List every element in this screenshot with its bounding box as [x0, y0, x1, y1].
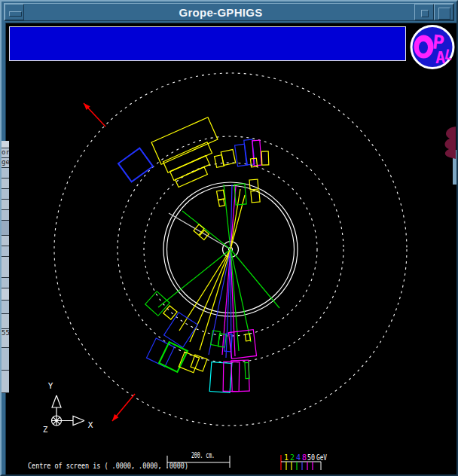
background-window-button[interactable]: [2, 257, 9, 278]
background-window-button[interactable]: [2, 371, 9, 393]
background-window-button[interactable]: [2, 221, 9, 236]
background-window-button[interactable]: [2, 200, 9, 210]
background-window-button[interactable]: [2, 168, 9, 178]
background-window-button[interactable]: [2, 141, 9, 148]
window-menu-icon: [9, 11, 22, 17]
event-display-canvas[interactable]: [5, 23, 456, 474]
window-menu-button[interactable]: [5, 4, 24, 20]
opal-logo: P A L: [408, 24, 457, 71]
info-line-1: Run:event 8402:100809 Ctrk(N= 57 Sump=10…: [14, 59, 402, 61]
background-window-button[interactable]: [2, 189, 9, 200]
background-window-button[interactable]: [2, 288, 9, 301]
maximize-button[interactable]: [434, 4, 453, 20]
grope-gphigs-window: Grope-GPHIGS Run:event 8402:100809 Ctrk(…: [0, 0, 458, 476]
minimize-icon: [421, 10, 429, 17]
titlebar: Grope-GPHIGS: [4, 3, 454, 21]
background-window-sliver[interactable]: orge55: [2, 141, 9, 393]
background-window-button[interactable]: ge: [2, 158, 9, 168]
background-window-button[interactable]: [2, 348, 9, 371]
event-info-panel: Run:event 8402:100809 Ctrk(N= 57 Sump=10…: [9, 26, 406, 61]
background-window-button[interactable]: or: [2, 148, 9, 158]
background-window-button[interactable]: 55: [2, 329, 9, 348]
background-window-button[interactable]: [2, 246, 9, 257]
minimize-button[interactable]: [414, 4, 434, 20]
background-window-button[interactable]: [2, 210, 9, 221]
right-frame-segment: [453, 150, 456, 185]
background-window-button[interactable]: [2, 314, 9, 329]
background-window-button[interactable]: [2, 301, 9, 314]
maximize-icon: [438, 8, 450, 20]
window-title: Grope-GPHIGS: [27, 4, 414, 20]
background-window-button[interactable]: [2, 278, 9, 288]
background-window-button[interactable]: [2, 236, 9, 246]
background-window-button[interactable]: [2, 178, 9, 189]
opal-logo-letter-o-hole: [419, 41, 428, 53]
